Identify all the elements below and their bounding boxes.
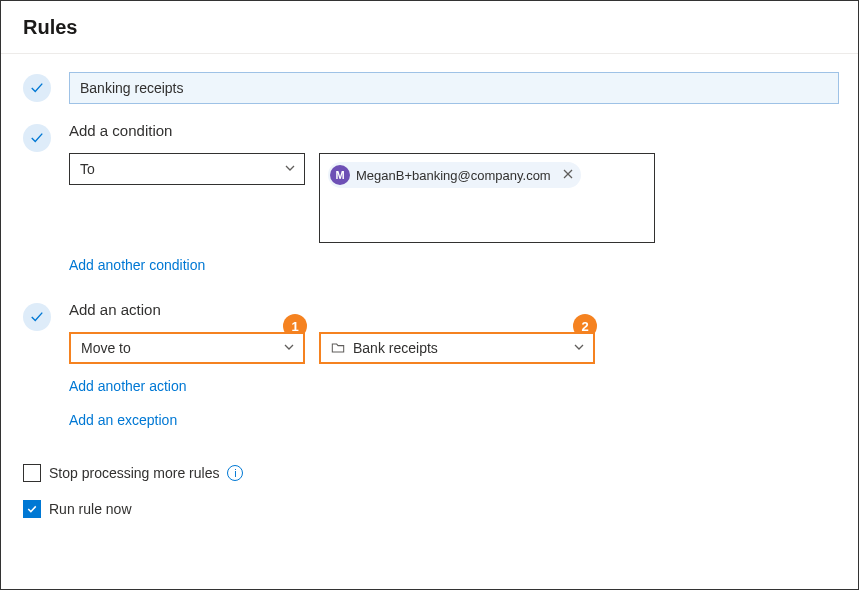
recipient-address: MeganB+banking@company.com — [356, 168, 551, 183]
action-section: Add an action 1 Move to 2 — [23, 301, 836, 428]
add-another-condition-link[interactable]: Add another condition — [69, 257, 205, 273]
add-exception-link[interactable]: Add an exception — [69, 412, 177, 428]
dialog-header: Rules — [1, 1, 858, 54]
chevron-down-icon — [284, 161, 296, 177]
action-select-wrapper: 1 Move to — [69, 332, 305, 364]
condition-type-value: To — [80, 161, 95, 177]
condition-type-select[interactable]: To — [69, 153, 305, 185]
stop-processing-label: Stop processing more rules — [49, 465, 219, 481]
stop-processing-row: Stop processing more rules i — [23, 460, 836, 486]
recipient-chip[interactable]: M MeganB+banking@company.com — [328, 162, 581, 188]
recipient-avatar: M — [330, 165, 350, 185]
folder-select-wrapper: 2 Bank receipts — [319, 332, 595, 364]
run-now-label: Run rule now — [49, 501, 132, 517]
close-button[interactable] — [812, 15, 836, 39]
condition-recipient-box[interactable]: M MeganB+banking@company.com — [319, 153, 655, 243]
action-label: Add an action — [69, 301, 836, 318]
rule-name-row — [23, 72, 836, 104]
folder-icon — [331, 341, 345, 355]
step-check-icon — [23, 74, 51, 102]
condition-section: Add a condition To M MeganB+banking@comp… — [23, 122, 836, 273]
stop-processing-checkbox[interactable] — [23, 464, 41, 482]
step-check-icon — [23, 303, 51, 331]
add-another-action-link[interactable]: Add another action — [69, 378, 187, 394]
action-folder-value: Bank receipts — [353, 340, 438, 356]
rule-name-input[interactable] — [69, 72, 839, 104]
action-type-value: Move to — [81, 340, 131, 356]
action-type-select[interactable]: Move to — [69, 332, 305, 364]
footer-options: Stop processing more rules i Run rule no… — [1, 456, 858, 522]
action-folder-select[interactable]: Bank receipts — [319, 332, 595, 364]
run-now-checkbox[interactable] — [23, 500, 41, 518]
dialog-content: Add a condition To M MeganB+banking@comp… — [1, 54, 858, 456]
step-check-icon — [23, 124, 51, 152]
condition-label: Add a condition — [69, 122, 836, 139]
info-icon[interactable]: i — [227, 465, 243, 481]
chevron-down-icon — [283, 340, 295, 356]
run-now-row: Run rule now — [23, 496, 836, 522]
dialog-title: Rules — [23, 16, 77, 39]
chevron-down-icon — [573, 340, 585, 356]
remove-recipient-button[interactable] — [563, 168, 573, 182]
